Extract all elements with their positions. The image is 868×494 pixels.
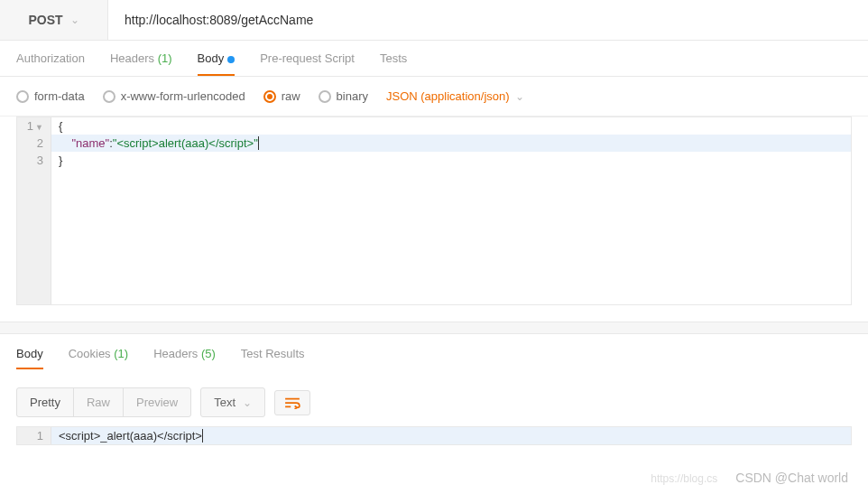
code-line: "name":"<script>alert(aaa)</script>" <box>51 135 851 152</box>
tab-authorization[interactable]: Authorization <box>16 51 85 76</box>
tab-tests[interactable]: Tests <box>380 51 407 76</box>
radio-binary[interactable]: binary <box>319 89 368 103</box>
resp-headers-count: (5) <box>201 347 216 360</box>
radio-icon <box>319 90 331 103</box>
view-pretty-button[interactable]: Pretty <box>17 388 74 416</box>
resp-tab-cookies[interactable]: Cookies (1) <box>69 347 128 369</box>
chevron-down-icon: ⌄ <box>515 90 524 103</box>
tab-headers[interactable]: Headers (1) <box>110 51 172 76</box>
gutter-line: 1 <box>17 427 51 444</box>
view-raw-button[interactable]: Raw <box>74 388 124 416</box>
http-method-select[interactable]: POST ⌄ <box>0 0 108 40</box>
resp-tab-test-results[interactable]: Test Results <box>241 347 305 369</box>
code-line: { <box>51 117 851 135</box>
http-method-label: POST <box>28 13 62 27</box>
tab-body[interactable]: Body <box>198 51 235 76</box>
response-format-select[interactable]: Text⌄ <box>200 387 265 417</box>
response-body-editor[interactable]: 1 <script>_alert(aaa)</script> <box>16 426 852 445</box>
radio-form-data[interactable]: form-data <box>16 89 85 103</box>
request-body-editor[interactable]: 1▼ { 2 "name":"<script>alert(aaa)</scrip… <box>16 117 852 305</box>
url-input[interactable] <box>108 0 868 40</box>
resp-tab-body[interactable]: Body <box>16 347 43 369</box>
body-type-row: form-data x-www-form-urlencoded raw bina… <box>0 77 868 117</box>
response-tabs: Body Cookies (1) Headers (5) Test Result… <box>0 334 868 378</box>
radio-icon <box>263 90 276 103</box>
code-line: <script>_alert(aaa)</script> <box>51 427 851 444</box>
radio-raw[interactable]: raw <box>263 89 300 103</box>
wrap-icon <box>284 396 300 409</box>
request-tabs: Authorization Headers (1) Body Pre-reque… <box>0 41 868 77</box>
panel-divider[interactable] <box>0 322 868 334</box>
radio-icon <box>103 90 115 103</box>
gutter-line: 1▼ <box>17 117 51 135</box>
modified-dot-icon <box>227 56 235 63</box>
response-toolbar: Pretty Raw Preview Text⌄ <box>0 378 868 426</box>
gutter-line: 3 <box>17 152 51 169</box>
resp-tab-headers[interactable]: Headers (5) <box>153 347 216 369</box>
chevron-down-icon: ⌄ <box>243 396 252 409</box>
gutter-line: 2 <box>17 135 51 152</box>
tab-prerequest[interactable]: Pre-request Script <box>260 51 355 76</box>
chevron-down-icon: ⌄ <box>70 14 79 26</box>
view-preview-button[interactable]: Preview <box>124 388 190 416</box>
content-type-select[interactable]: JSON (application/json)⌄ <box>386 89 524 103</box>
cookies-count: (1) <box>114 347 128 360</box>
wrap-lines-button[interactable] <box>274 390 310 415</box>
radio-urlencoded[interactable]: x-www-form-urlencoded <box>103 89 245 103</box>
radio-icon <box>16 90 29 103</box>
code-line: } <box>51 152 851 169</box>
headers-count: (1) <box>158 51 172 65</box>
fold-arrow-icon: ▼ <box>35 123 43 132</box>
view-mode-group: Pretty Raw Preview <box>16 387 191 417</box>
